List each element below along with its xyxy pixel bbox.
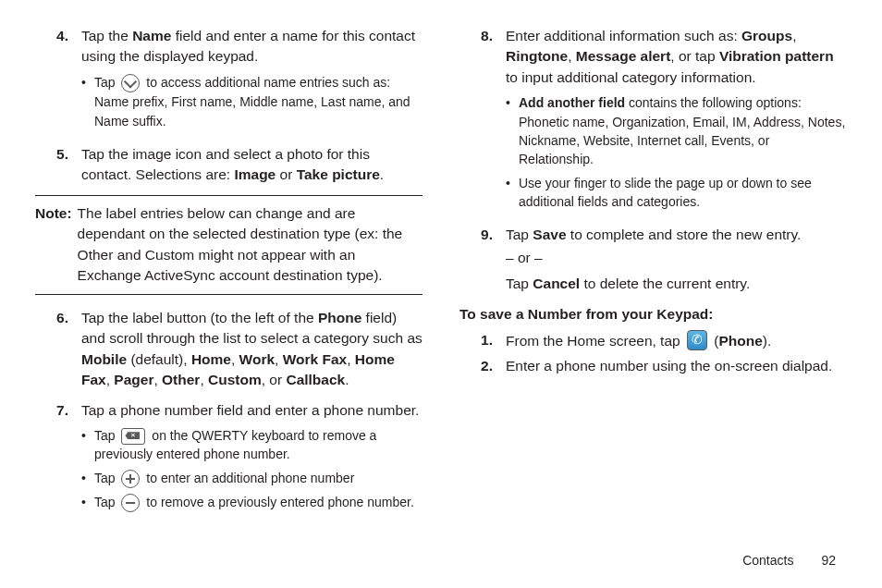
bold-text: Groups [741, 28, 792, 43]
text: . [345, 372, 349, 387]
text: , [275, 351, 283, 367]
sub-item: • Tap × on the QWERTY keyboard to remove… [81, 426, 423, 464]
text: or [276, 166, 296, 182]
sub-list: • Tap to access additional name entries … [81, 73, 423, 130]
sub-body: Add another field contains the following… [519, 93, 847, 168]
sub-body: Tap to access additional name entries su… [94, 73, 423, 130]
bold-text: Custom [208, 372, 262, 387]
step-number: 2. [459, 356, 506, 376]
step-body: Tap the image icon and select a photo fo… [81, 144, 423, 186]
text: , [347, 351, 355, 367]
text: (default), [127, 351, 191, 367]
bold-text: Message alert [576, 48, 671, 64]
text: Tap the label button (to the left of the [81, 310, 318, 325]
sub-item: • Tap to access additional name entries … [81, 73, 423, 130]
step-number: 7. [35, 400, 81, 518]
bold-text: Phone [318, 310, 361, 325]
text: Tap [94, 495, 118, 509]
sub-body: Tap × on the QWERTY keyboard to remove a… [94, 426, 423, 464]
text: Tap [506, 227, 533, 242]
step-body: Enter a phone number using the on-screen… [506, 356, 847, 376]
delete-key-icon: × [121, 428, 145, 445]
text: , [568, 48, 576, 64]
minus-icon [121, 494, 140, 512]
text: to remove a previously entered phone num… [142, 495, 413, 509]
note-body: The label entries below can change and a… [78, 203, 423, 287]
sub-item: • Tap to remove a previously entered pho… [81, 493, 423, 512]
step-6: 6. Tap the label button (to the left of … [35, 308, 423, 391]
step-8: 8. Enter additional information such as:… [459, 26, 847, 215]
sub-list: • Tap × on the QWERTY keyboard to remove… [81, 426, 423, 512]
bold-text: Image [234, 166, 276, 182]
step-number: 6. [35, 308, 81, 391]
text: Tap [94, 75, 118, 90]
bold-text: Phone [718, 333, 762, 349]
note-block: Note: The label entries below can change… [35, 195, 423, 295]
text: Enter additional information such as: [506, 28, 741, 43]
sub-body: Tap to enter an additional phone number [94, 469, 354, 488]
bullet: • [81, 73, 94, 130]
text: to enter an additional phone number [142, 471, 354, 485]
step-body: From the Home screen, tap (Phone). [506, 330, 847, 351]
bold-text: Home [191, 351, 231, 367]
sub-body: Use your finger to slide the page up or … [519, 174, 847, 212]
text: , [792, 28, 796, 43]
keypad-step-2: 2. Enter a phone number using the on-scr… [459, 356, 847, 376]
bold-text: Pager [114, 372, 153, 387]
sub-heading: To save a Number from your Keypad: [459, 304, 847, 325]
sub-body: Tap to remove a previously entered phone… [94, 493, 414, 512]
bold-text: Save [533, 227, 566, 242]
step-body: Tap Save to complete and store the new e… [506, 225, 847, 294]
plus-icon [121, 470, 140, 488]
text: to complete and store the new entry. [567, 227, 802, 242]
bullet: • [506, 93, 519, 168]
text: to input additional category information… [506, 69, 756, 85]
step-number: 4. [35, 26, 81, 135]
step-body: Tap the Name field and enter a name for … [81, 26, 423, 135]
bold-text: Callback [286, 372, 345, 387]
text: ). [763, 333, 771, 349]
step-5: 5. Tap the image icon and select a photo… [35, 144, 423, 186]
step-body: Enter additional information such as: Gr… [506, 26, 847, 215]
text: , [153, 372, 162, 387]
bold-text: Add another field [519, 95, 625, 110]
bold-text: Vibration pattern [719, 48, 834, 64]
step-9: 9. Tap Save to complete and store the ne… [459, 225, 847, 294]
sub-item: • Tap to enter an additional phone numbe… [81, 469, 423, 488]
line: Tap Save to complete and store the new e… [506, 225, 847, 245]
bullet: • [506, 174, 519, 212]
step-number: 9. [459, 225, 506, 294]
bold-text: Take picture [297, 166, 380, 182]
bold-text: Cancel [533, 276, 580, 291]
sub-item: • Add another field contains the followi… [506, 93, 847, 168]
text: to delete the current entry. [580, 276, 750, 291]
text: to access additional name entries such a… [94, 75, 410, 129]
note-label: Note: [35, 203, 78, 287]
page-number: 92 [821, 553, 836, 568]
text: Tap [94, 428, 118, 443]
step-number: 8. [459, 26, 506, 215]
page-footer: Contacts92 [742, 553, 836, 568]
text: Tap [506, 276, 533, 291]
bullet: • [81, 469, 94, 488]
step-number: 5. [35, 144, 81, 186]
left-column: 4. Tap the Name field and enter a name f… [35, 26, 423, 526]
bold-text: Mobile [81, 351, 127, 367]
step-number: 1. [459, 330, 506, 351]
sub-item: • Use your finger to slide the page up o… [506, 174, 847, 212]
bold-text: Other [162, 372, 200, 387]
line: Tap Cancel to delete the current entry. [506, 274, 847, 294]
text: , [231, 351, 239, 367]
step-body: Tap a phone number field and enter a pho… [81, 400, 423, 518]
text: , [200, 372, 208, 387]
bold-text: Name [132, 28, 171, 43]
text: Tap a phone number field and enter a pho… [81, 402, 419, 418]
text: Tap the [81, 28, 132, 43]
right-column: 8. Enter additional information such as:… [459, 26, 847, 526]
text: . [380, 166, 384, 182]
or-separator: – or – [506, 248, 847, 268]
bold-text: Work Fax [283, 351, 348, 367]
text: , or [262, 372, 287, 387]
bold-text: Ringtone [506, 48, 568, 64]
step-4: 4. Tap the Name field and enter a name f… [35, 26, 423, 135]
